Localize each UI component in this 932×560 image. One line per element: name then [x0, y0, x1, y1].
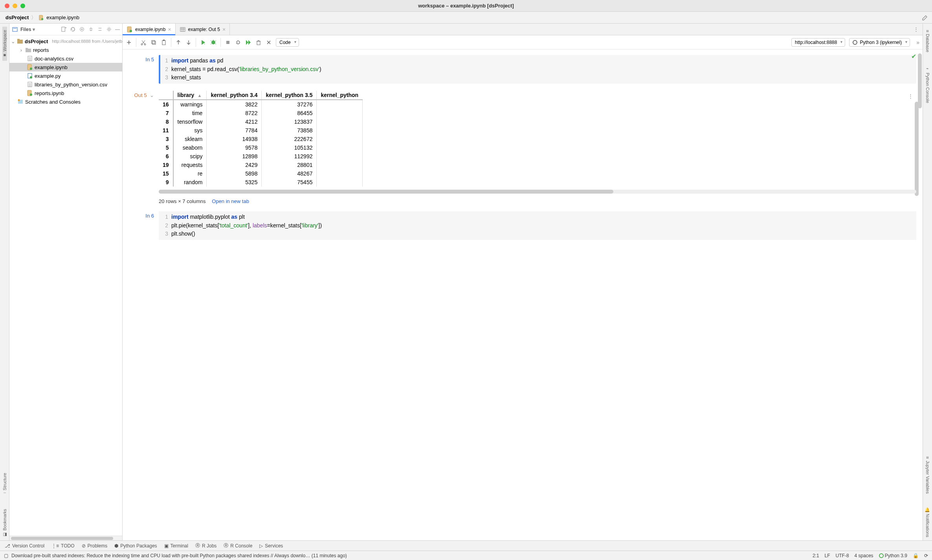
hide-panel-icon[interactable]: — — [115, 27, 120, 32]
refresh-icon[interactable] — [70, 26, 76, 32]
collapse-all-icon[interactable] — [97, 26, 103, 32]
column-header-more[interactable]: kernel_python — [317, 91, 362, 100]
tool-todo[interactable]: ⋮≡TODO — [51, 543, 74, 549]
sort-asc-icon[interactable]: ▲ — [197, 93, 202, 98]
jupyter-server-dropdown[interactable]: http://localhost:8888 — [791, 38, 845, 47]
table-row[interactable]: 5seaborn9578105132 — [159, 143, 362, 152]
tool-problems[interactable]: ⊘Problems — [82, 543, 108, 549]
tool-window-workspace[interactable]: ■Workspace — [2, 27, 7, 61]
table-row[interactable]: 6scipy12898112992 — [159, 152, 362, 161]
kernel-dropdown[interactable]: Python 3 (ipykernel) — [849, 38, 910, 47]
toolbar-overflow-icon[interactable]: » — [916, 39, 919, 46]
minimize-window-button[interactable] — [13, 4, 17, 8]
project-horizontal-scrollbar[interactable] — [9, 536, 122, 540]
tool-window-jupyter-variables[interactable]: ≡Jupyter Variables — [925, 453, 930, 497]
close-tab-icon[interactable]: × — [222, 26, 226, 33]
tool-version-control[interactable]: ⎇Version Control — [5, 543, 44, 549]
restart-icon[interactable] — [235, 39, 241, 46]
expand-arrow-icon[interactable]: ⌄ — [11, 38, 15, 44]
code-cell[interactable]: ✔ 1import pandas as pd 2kernel_stats = p… — [159, 55, 916, 84]
tree-file-example-ipynb[interactable]: example.ipynb — [9, 63, 122, 71]
line-ending[interactable]: LF — [825, 553, 830, 558]
expand-all-icon[interactable] — [88, 26, 94, 32]
tool-services[interactable]: ▷Services — [259, 543, 283, 549]
notebook-body[interactable]: In 5 ✔ 1import pandas as pd 2kernel_stat… — [123, 49, 923, 540]
tab-options-icon[interactable]: ⋮ — [910, 24, 923, 35]
file-encoding[interactable]: UTF-8 — [836, 553, 849, 558]
tool-python-packages[interactable]: ⬢Python Packages — [114, 543, 157, 549]
debug-cell-icon[interactable] — [210, 39, 216, 46]
tree-folder-reports[interactable]: › reports — [9, 46, 122, 54]
tree-scratches[interactable]: Scratches and Consoles — [9, 97, 122, 106]
tool-window-notifications[interactable]: 🔔Notifications — [925, 504, 930, 540]
select-target-icon[interactable] — [79, 26, 85, 32]
status-icon[interactable]: ▢ — [4, 553, 8, 558]
indent-setting[interactable]: 4 spaces — [855, 553, 873, 558]
column-header-library[interactable]: library▲ — [173, 91, 207, 100]
table-row[interactable]: 9random532575455 — [159, 178, 362, 187]
project-tree[interactable]: ⌄ dsProject http://localhost:8888 from /… — [9, 35, 122, 536]
column-header-py34[interactable]: kernel_python 3.4 — [207, 91, 262, 100]
tree-file-libraries-csv[interactable]: libraries_by_python_version.csv — [9, 80, 122, 89]
tree-file-reports-ipynb[interactable]: reports.ipynb — [9, 89, 122, 97]
tree-file-doc-analytics[interactable]: doc-analytics.csv — [9, 54, 122, 63]
add-cell-icon[interactable] — [126, 39, 132, 46]
close-window-button[interactable] — [5, 4, 9, 8]
tool-window-database[interactable]: ≡Database — [925, 27, 930, 56]
clear-output-icon[interactable] — [266, 39, 272, 46]
move-down-icon[interactable] — [185, 39, 192, 46]
paste-icon[interactable] — [161, 39, 167, 46]
run-all-icon[interactable] — [245, 39, 251, 46]
close-tab-icon[interactable]: × — [168, 26, 171, 33]
breadcrumb-file[interactable]: example.ipynb — [46, 15, 79, 20]
code-cell[interactable]: 1import matplotlib.pyplot as plt 2plt.pi… — [159, 211, 916, 240]
cell-in-5[interactable]: In 5 ✔ 1import pandas as pd 2kernel_stat… — [129, 55, 916, 84]
editor-vertical-scrollbar[interactable] — [918, 53, 922, 108]
tree-root[interactable]: ⌄ dsProject http://localhost:8888 from /… — [9, 37, 122, 46]
output-options-icon[interactable]: ⋮ — [908, 93, 913, 99]
interrupt-icon[interactable] — [225, 39, 231, 46]
lock-icon[interactable]: 🔒 — [913, 553, 919, 558]
table-row[interactable]: 16warnings382237276 — [159, 100, 362, 109]
maximize-window-button[interactable] — [20, 4, 25, 8]
tree-file-example-py[interactable]: example.py — [9, 71, 122, 80]
cell-in-6[interactable]: In 6 1import matplotlib.pyplot as plt 2p… — [129, 211, 916, 240]
copy-icon[interactable] — [150, 39, 157, 46]
output-vertical-scrollbar[interactable] — [915, 102, 919, 196]
dataframe-table[interactable]: library▲ kernel_python 3.4 kernel_python… — [159, 91, 363, 187]
cut-icon[interactable] — [140, 39, 147, 46]
breadcrumb-project[interactable]: dsProject — [6, 15, 29, 20]
tool-r-jobs[interactable]: ⓇR Jobs — [195, 542, 216, 549]
cell-type-dropdown[interactable]: Code — [276, 38, 299, 47]
interpreter-indicator[interactable]: Python 3.9 — [879, 553, 907, 558]
collapse-arrow-icon[interactable]: › — [19, 47, 24, 53]
breadcrumb[interactable]: dsProject 〉 example.ipynb — [6, 14, 79, 21]
table-row[interactable]: 15re589848267 — [159, 169, 362, 178]
open-in-new-tab-link[interactable]: Open in new tab — [212, 198, 249, 204]
project-view-dropdown[interactable]: Files ▾ — [20, 27, 35, 32]
dataframe-output[interactable]: ⋮ library▲ kernel_python 3.4 kernel_pyth… — [159, 91, 916, 204]
move-up-icon[interactable] — [175, 39, 182, 46]
tab-example-out5[interactable]: example: Out 5 × — [176, 24, 230, 35]
collapse-output-icon[interactable]: ⌄ — [148, 92, 154, 98]
status-message[interactable]: Download pre-built shared indexes: Reduc… — [11, 553, 347, 558]
caret-position[interactable]: 2:1 — [813, 553, 819, 558]
new-file-icon[interactable] — [61, 26, 67, 32]
tool-window-python-console[interactable]: ⌁Python Console — [925, 63, 930, 106]
tab-example-ipynb[interactable]: example.ipynb × — [123, 24, 176, 35]
table-row[interactable]: 3sklearn14938222672 — [159, 135, 362, 143]
tool-window-bookmarks[interactable]: ◧Bookmarks — [2, 506, 7, 540]
tool-window-structure[interactable]: ⦂Structure — [2, 470, 7, 496]
column-header-py35[interactable]: kernel_python 3.5 — [262, 91, 317, 100]
output-horizontal-scrollbar[interactable] — [159, 190, 916, 194]
edit-config-icon[interactable] — [922, 15, 928, 21]
delete-cell-icon[interactable] — [255, 39, 262, 46]
table-row[interactable]: 11sys778473858 — [159, 126, 362, 135]
run-cell-icon[interactable]: I — [200, 39, 206, 46]
sync-icon[interactable]: ⟳ — [924, 553, 928, 558]
table-row[interactable]: 8tensorflow4212123837 — [159, 117, 362, 126]
tool-r-console[interactable]: ⓇR Console — [224, 542, 252, 549]
table-row[interactable]: 7time872286455 — [159, 109, 362, 117]
settings-icon[interactable] — [106, 26, 112, 32]
table-row[interactable]: 19requests242928801 — [159, 161, 362, 169]
